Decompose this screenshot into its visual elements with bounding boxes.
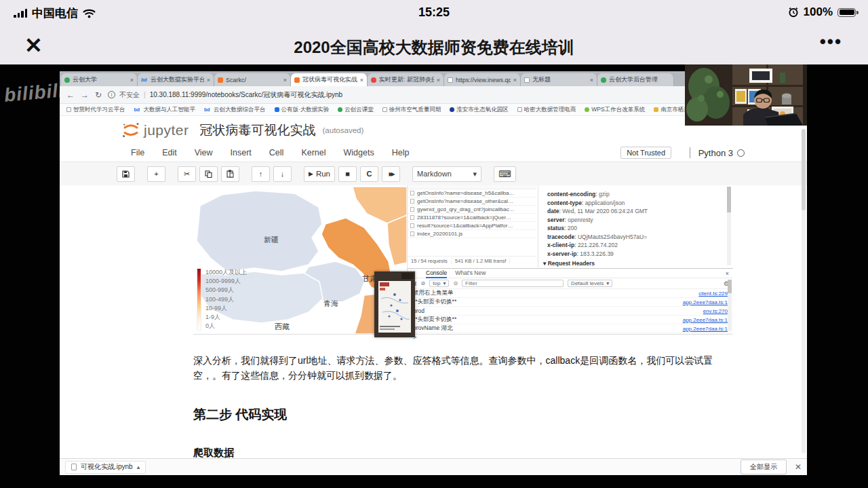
site-info-icon[interactable]: i <box>108 91 115 98</box>
tab-close-icon[interactable]: × <box>513 77 517 83</box>
network-request-row[interactable]: result?source=1&callback=AppPlatfor… <box>408 222 536 230</box>
eye-icon[interactable]: ⊙ <box>453 280 458 286</box>
page-scrollbar[interactable] <box>802 129 806 453</box>
network-request-row[interactable]: getOnsInfo?name=disease_other&cal… <box>408 198 536 206</box>
bookmark-item[interactable]: 淮安市生态氧化园区 <box>450 106 509 114</box>
bookmark-item[interactable]: bd云创大数据综合平台 <box>204 106 266 114</box>
network-request-list: getOnsInfo?name=disease_h5&callba… getOn… <box>408 189 536 238</box>
bookmark-item[interactable]: bd大数据与人工智能平 <box>134 106 196 114</box>
source-link[interactable]: app.2eee7daa.ts:1 <box>683 299 728 305</box>
favicon <box>524 77 530 83</box>
add-cell-button[interactable]: + <box>147 166 165 182</box>
bookmark-item[interactable]: 智慧时代学习云平台 <box>66 106 125 114</box>
browser-tab[interactable]: Scarkc/× <box>214 73 291 86</box>
menu-file[interactable]: File <box>122 148 153 157</box>
browser-tab[interactable]: 云创大学× <box>61 73 138 86</box>
menu-kernel[interactable]: Kernel <box>292 148 334 157</box>
network-request-row[interactable]: gywrxd_gcd_qry_drag_cnt?joincallbac… <box>408 206 536 214</box>
phone-screen: 中国电信 15:25 100% ✕ 2020全国高校大数据师资免费在线培训 ••… <box>0 0 868 488</box>
tab-close-icon[interactable]: × <box>590 77 593 83</box>
not-trusted-badge[interactable]: Not Trusted <box>620 147 671 159</box>
restart-kernel-button[interactable]: C <box>360 166 378 182</box>
bookmark-item[interactable]: 云创云课堂 <box>338 106 374 114</box>
network-request-row[interactable]: 28311878?source=1&callback=jQuer… <box>408 214 536 222</box>
video-player[interactable]: bilibili 云创大学× bd云创大数据实验平台× Scarkc/× 冠状病… <box>0 64 868 488</box>
menu-view[interactable]: View <box>186 148 222 157</box>
menu-widgets[interactable]: Widgets <box>335 148 383 157</box>
tab-whats-new[interactable]: What's New <box>455 269 486 278</box>
status-right: 100% <box>788 5 856 19</box>
bookmark-item[interactable]: WPS工作台改革系统 <box>585 106 645 114</box>
context-dropdown[interactable]: top▾ <box>429 280 449 287</box>
forward-icon[interactable]: → <box>81 90 89 100</box>
menu-insert[interactable]: Insert <box>222 148 260 157</box>
drawer-tabs: ⋮ Console What's New × <box>408 269 733 278</box>
pip-minimap <box>374 271 415 337</box>
map-legend: 10000人及以上 1000-9999人 500-999人 100-499人 1… <box>197 268 247 331</box>
tab-close-icon[interactable]: × <box>283 77 287 83</box>
notebook-title[interactable]: 冠状病毒可视化实战 <box>200 121 316 139</box>
console-filter-input[interactable] <box>462 280 564 287</box>
run-cell-button[interactable]: ▶Run <box>304 166 335 182</box>
move-cell-down-button[interactable]: ↓ <box>273 166 292 182</box>
tab-close-icon[interactable]: × <box>437 77 440 83</box>
reload-icon[interactable]: ↻ <box>95 90 102 100</box>
browser-tab[interactable]: 实时更新: 新冠肺炎疫情地图× <box>368 73 444 86</box>
drawer-close-icon[interactable]: × <box>726 270 729 277</box>
battery-percent-label: 100% <box>804 5 833 19</box>
browser-tab[interactable]: 云创大学后台管理 <box>597 73 674 86</box>
move-cell-up-button[interactable]: ↑ <box>252 166 270 182</box>
tab-close-icon[interactable]: × <box>207 77 210 83</box>
browser-tab-active[interactable]: 冠状病毒可视化实战 - Jupy× <box>291 73 368 86</box>
downloaded-file-chip[interactable]: 可视化实战.ipynb ▴ <box>65 461 146 474</box>
security-label: 不安全 <box>119 90 140 100</box>
clear-console-icon[interactable]: ⊘ <box>421 280 426 286</box>
paste-cell-button[interactable] <box>221 166 239 182</box>
bookmark-item[interactable]: 哈密大数据管理电商 <box>517 106 576 114</box>
source-link[interactable]: app.2eee7daa.ts:1 <box>683 317 728 323</box>
headers-scrollbar[interactable] <box>727 187 731 265</box>
browser-tab[interactable]: bd云创大数据实验平台× <box>138 73 214 86</box>
jupyter-logo[interactable]: jupyter <box>122 121 189 138</box>
favicon <box>601 77 606 83</box>
downloads-close-icon[interactable]: ✕ <box>795 462 802 472</box>
source-link[interactable]: app.2eee7daa.ts:1 <box>683 326 728 332</box>
ios-top-area: 中国电信 15:25 100% ✕ 2020全国高校大数据师资免费在线培训 ••… <box>0 0 868 64</box>
log-levels-dropdown[interactable]: Default levels▾ <box>568 280 612 287</box>
network-request-row[interactable]: getOnsInfo?name=disease_h5&callba… <box>408 189 536 198</box>
copy-cell-button[interactable] <box>199 166 218 182</box>
restart-run-all-button[interactable]: ▶▶ <box>382 166 400 182</box>
tab-close-icon[interactable]: × <box>360 77 363 83</box>
menu-cell[interactable]: Cell <box>260 148 293 157</box>
more-menu-icon[interactable]: ••• <box>820 31 842 52</box>
bookmark-item[interactable]: 徐州市空气质量同期 <box>382 106 441 114</box>
console-scrollbar[interactable] <box>728 280 732 331</box>
console-line: **头部页卡切换**app.2eee7daa.ts:1 <box>408 316 733 324</box>
command-palette-button[interactable]: ⌨ <box>494 166 516 182</box>
bookmark-item[interactable]: 公有版·大数据实验 <box>275 106 330 114</box>
favicon <box>218 77 223 83</box>
browser-tab[interactable]: https://view.inews.qq.co× <box>444 73 521 86</box>
tab-close-icon[interactable]: × <box>130 77 134 83</box>
webcam-overlay <box>685 64 807 126</box>
cut-cell-button[interactable]: ✂ <box>178 166 196 182</box>
menu-help[interactable]: Help <box>383 148 418 157</box>
show-all-button[interactable]: 全部显示 <box>741 459 787 474</box>
tab-console[interactable]: Console <box>426 269 447 278</box>
menu-edit[interactable]: Edit <box>153 148 186 157</box>
cell-type-dropdown[interactable]: Markdown▾ <box>412 166 481 182</box>
browser-tab[interactable]: 无标题× <box>521 73 597 86</box>
chevron-down-icon: ▾ <box>606 280 609 287</box>
request-headers-section[interactable]: ▾ Request Headers <box>543 260 595 267</box>
source-link[interactable]: client.ts:229 <box>698 290 728 297</box>
save-button[interactable] <box>117 166 135 182</box>
legend-item: 1000-9999人 <box>205 277 247 286</box>
section-heading: 第二步 代码实现 <box>193 406 287 424</box>
close-icon[interactable]: ✕ <box>24 33 43 58</box>
source-link[interactable]: env.ts:270 <box>703 308 728 314</box>
chevron-up-icon[interactable]: ▴ <box>137 464 140 470</box>
network-request-row[interactable]: index_20200101.js <box>408 230 536 238</box>
stop-kernel-button[interactable]: ■ <box>338 166 357 182</box>
back-icon[interactable]: ← <box>66 90 75 100</box>
doc-icon <box>382 107 387 112</box>
